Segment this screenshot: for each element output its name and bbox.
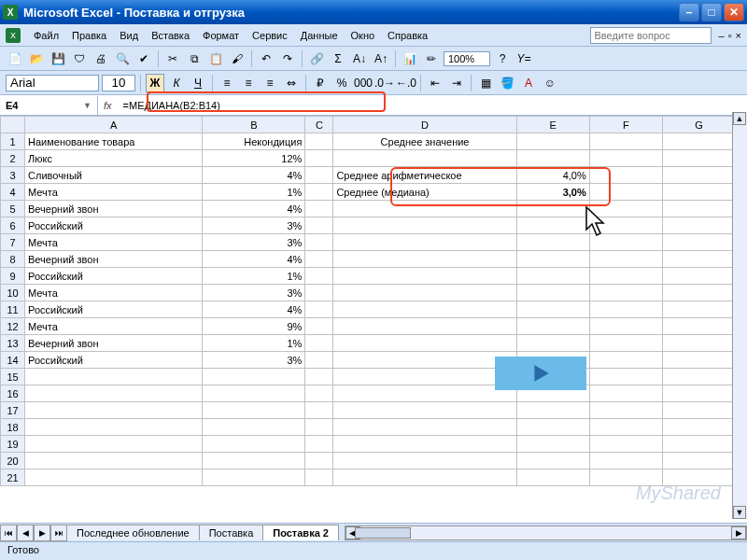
cell[interactable] bbox=[516, 251, 589, 268]
menu-window[interactable]: Окно bbox=[345, 27, 381, 44]
font-size-input[interactable] bbox=[102, 75, 135, 91]
col-header-e[interactable]: E bbox=[516, 117, 589, 133]
cell[interactable] bbox=[305, 453, 333, 469]
row-header[interactable]: 18 bbox=[1, 419, 25, 436]
cell[interactable]: 1% bbox=[203, 268, 305, 285]
cell[interactable] bbox=[589, 453, 662, 469]
fx-label[interactable]: fx bbox=[98, 100, 118, 111]
menu-view[interactable]: Вид bbox=[114, 27, 144, 44]
cell[interactable] bbox=[662, 335, 735, 352]
cell[interactable] bbox=[203, 419, 305, 436]
menu-tools[interactable]: Сервис bbox=[247, 27, 293, 44]
cell[interactable]: 4% bbox=[203, 201, 305, 217]
preview-icon[interactable]: 🔍 bbox=[113, 49, 132, 68]
cell[interactable]: 3% bbox=[203, 217, 305, 234]
help-search-input[interactable] bbox=[590, 27, 712, 44]
cell[interactable] bbox=[589, 301, 662, 318]
cell[interactable] bbox=[516, 217, 589, 234]
cell[interactable] bbox=[589, 318, 662, 335]
cell[interactable]: Мечта bbox=[25, 234, 203, 251]
zoom-box[interactable]: 100% bbox=[444, 51, 490, 66]
cell[interactable] bbox=[662, 402, 735, 419]
cell[interactable] bbox=[662, 150, 735, 167]
col-header-c[interactable]: C bbox=[305, 117, 333, 133]
cell[interactable] bbox=[305, 201, 333, 217]
row-header[interactable]: 9 bbox=[1, 268, 25, 285]
cell[interactable] bbox=[662, 436, 735, 453]
print-icon[interactable]: 🖨 bbox=[92, 49, 110, 68]
cell[interactable] bbox=[516, 419, 589, 436]
tab-next-icon[interactable]: ▶ bbox=[34, 525, 50, 541]
cell[interactable] bbox=[662, 301, 735, 318]
menu-data[interactable]: Данные bbox=[295, 27, 344, 44]
cell[interactable] bbox=[589, 217, 662, 234]
italic-icon[interactable]: К bbox=[167, 74, 186, 92]
tab-prev-icon[interactable]: ◀ bbox=[17, 525, 34, 541]
cell[interactable]: 4% bbox=[203, 167, 305, 184]
tab-first-icon[interactable]: ⏮ bbox=[0, 525, 17, 541]
cell[interactable] bbox=[662, 234, 735, 251]
cell[interactable]: Вечерний звон bbox=[25, 251, 203, 268]
cell[interactable]: Среднее (медиана) bbox=[333, 184, 516, 201]
cell[interactable] bbox=[516, 201, 589, 217]
cell[interactable] bbox=[305, 335, 333, 352]
menu-insert[interactable]: Вставка bbox=[146, 27, 195, 44]
row-header[interactable]: 6 bbox=[1, 217, 25, 234]
cell[interactable] bbox=[305, 419, 333, 436]
horizontal-scrollbar[interactable]: ◀ ▶ bbox=[345, 525, 747, 540]
hyperlink-icon[interactable]: 🔗 bbox=[307, 49, 326, 68]
scroll-right-icon[interactable]: ▶ bbox=[731, 526, 746, 539]
chart-icon[interactable]: 📊 bbox=[401, 49, 419, 68]
menu-edit[interactable]: Правка bbox=[66, 27, 112, 44]
cell[interactable] bbox=[305, 268, 333, 285]
row-header[interactable]: 8 bbox=[1, 251, 25, 268]
cell[interactable] bbox=[333, 301, 516, 318]
cell[interactable] bbox=[305, 385, 333, 402]
cell[interactable] bbox=[25, 402, 203, 419]
cell[interactable]: 3,0% bbox=[516, 184, 589, 201]
cell[interactable] bbox=[589, 369, 662, 385]
smiley-icon[interactable]: ☺ bbox=[541, 74, 559, 92]
row-header[interactable]: 2 bbox=[1, 150, 25, 167]
cell[interactable]: 4,0% bbox=[516, 167, 589, 184]
cell[interactable]: 3% bbox=[203, 352, 305, 369]
cell[interactable] bbox=[305, 318, 333, 335]
col-header-a[interactable]: A bbox=[25, 117, 203, 133]
bold-icon[interactable]: Ж bbox=[146, 74, 164, 92]
formula-eval-icon[interactable]: Y= bbox=[514, 49, 533, 68]
cell[interactable] bbox=[333, 352, 516, 369]
cell[interactable] bbox=[662, 201, 735, 217]
cell[interactable] bbox=[305, 217, 333, 234]
cell[interactable] bbox=[305, 285, 333, 301]
cell[interactable] bbox=[516, 402, 589, 419]
cell[interactable] bbox=[333, 234, 516, 251]
cell[interactable] bbox=[305, 469, 333, 486]
cell[interactable] bbox=[516, 150, 589, 167]
cell[interactable] bbox=[589, 402, 662, 419]
cell[interactable] bbox=[305, 352, 333, 369]
cell[interactable] bbox=[25, 385, 203, 402]
cell[interactable] bbox=[516, 285, 589, 301]
col-header-b[interactable]: B bbox=[203, 117, 305, 133]
cell[interactable] bbox=[662, 419, 735, 436]
comma-icon[interactable]: 000 bbox=[354, 74, 373, 92]
row-header[interactable]: 10 bbox=[1, 285, 25, 301]
row-header[interactable]: 20 bbox=[1, 453, 25, 469]
row-header[interactable]: 12 bbox=[1, 318, 25, 335]
cell[interactable]: Российский bbox=[25, 268, 203, 285]
cell[interactable] bbox=[305, 133, 333, 150]
indent-inc-icon[interactable]: ⇥ bbox=[447, 74, 466, 92]
cell[interactable] bbox=[516, 268, 589, 285]
indent-dec-icon[interactable]: ⇤ bbox=[426, 74, 444, 92]
drawing-icon[interactable]: ✏ bbox=[422, 49, 441, 68]
cell[interactable]: 4% bbox=[203, 301, 305, 318]
cell[interactable] bbox=[333, 150, 516, 167]
cell[interactable] bbox=[589, 167, 662, 184]
row-header[interactable]: 1 bbox=[1, 133, 25, 150]
align-center-icon[interactable]: ≡ bbox=[239, 74, 258, 92]
col-header-d[interactable]: D bbox=[333, 117, 516, 133]
cell[interactable] bbox=[333, 419, 516, 436]
sheet-tab-1[interactable]: Поставка bbox=[199, 525, 264, 540]
cell[interactable] bbox=[516, 436, 589, 453]
cell[interactable] bbox=[662, 268, 735, 285]
